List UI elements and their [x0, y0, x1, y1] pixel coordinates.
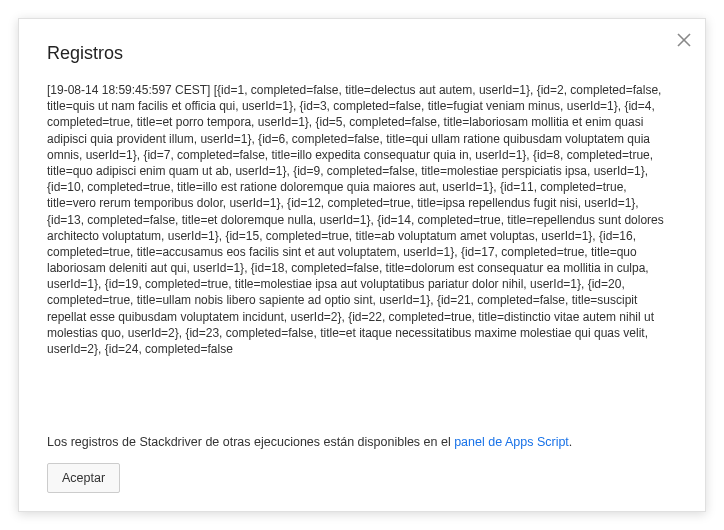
apps-script-panel-link[interactable]: panel de Apps Script	[454, 435, 569, 449]
accept-button[interactable]: Aceptar	[47, 463, 120, 493]
log-output[interactable]: [19-08-14 18:59:45:597 CEST] [{id=1, com…	[47, 82, 677, 421]
dialog-title: Registros	[47, 43, 677, 64]
footer-text: Los registros de Stackdriver de otras ej…	[47, 435, 454, 449]
footer-suffix: .	[569, 435, 572, 449]
footer-note: Los registros de Stackdriver de otras ej…	[47, 435, 677, 449]
close-icon[interactable]	[677, 33, 691, 47]
log-dialog: Registros [19-08-14 18:59:45:597 CEST] […	[18, 18, 706, 512]
